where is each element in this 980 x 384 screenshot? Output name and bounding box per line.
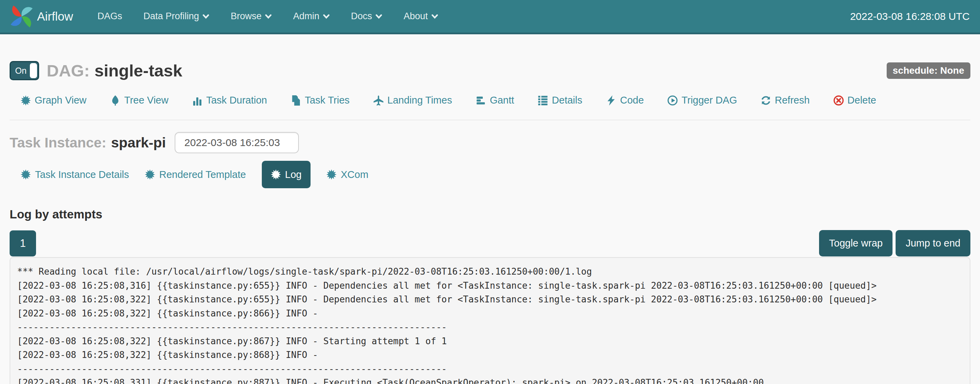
log-line: [2022-03-08 16:25:08,322] {{taskinstance… (17, 348, 966, 362)
task-instance-name: spark-pi (111, 135, 166, 151)
airflow-brand[interactable]: Airflow (10, 5, 73, 28)
pages-icon (291, 95, 301, 106)
navbar-item-label: Browse (231, 11, 261, 22)
log-line: [2022-03-08 16:25:08,331] {{taskinstance… (17, 376, 966, 384)
log-actions: Toggle wrap Jump to end (819, 230, 970, 257)
top-navbar: Airflow DAGs Data Profiling Browse Admin… (0, 0, 980, 34)
attempts-row: 1 Toggle wrap Jump to end (10, 230, 970, 257)
view-button-label: Task Instance Details (35, 169, 129, 180)
tab-landing-times[interactable]: Landing Times (373, 95, 452, 106)
chevron-down-icon (323, 14, 330, 19)
attempt-1-tab[interactable]: 1 (10, 230, 36, 257)
navbar-item-label: Docs (351, 11, 372, 22)
brand-name: Airflow (37, 10, 73, 23)
button-rendered-template[interactable]: Rendered Template (145, 169, 246, 180)
tab-label: Gantt (490, 95, 514, 106)
toggle-wrap-button[interactable]: Toggle wrap (819, 230, 892, 257)
navbar-menu: DAGs Data Profiling Browse Admin Docs Ab… (87, 11, 449, 22)
airflow-pinwheel-logo-icon (10, 5, 33, 28)
tab-label: Details (552, 95, 582, 106)
log-line: ----------------------------------------… (17, 362, 966, 376)
navbar-item-label: Admin (293, 11, 320, 22)
align-bars-icon (476, 95, 486, 106)
tab-task-duration[interactable]: Task Duration (192, 95, 267, 106)
tab-label: Task Duration (206, 95, 267, 106)
toggle-knob (30, 63, 37, 78)
button-xcom[interactable]: XCom (326, 169, 369, 180)
bar-chart-icon (192, 95, 202, 106)
tab-label: Task Tries (305, 95, 350, 106)
dag-view-tabs: Graph View Tree View Task Duration Task … (21, 95, 970, 106)
burst-icon (21, 95, 31, 106)
view-button-label: Rendered Template (159, 169, 246, 180)
log-by-attempts-heading: Log by attempts (10, 208, 970, 221)
dag-pause-toggle[interactable]: On (10, 61, 39, 80)
log-line: *** Reading local file: /usr/local/airfl… (17, 265, 966, 279)
tab-label: Landing Times (387, 95, 452, 106)
delete-circle-icon (834, 95, 844, 106)
view-button-label: XCom (341, 169, 369, 180)
jump-to-end-button[interactable]: Jump to end (896, 230, 970, 257)
dag-header: On DAG: single-task schedule: None (10, 61, 970, 80)
navbar-item-browse[interactable]: Browse (220, 11, 282, 22)
burst-icon (21, 169, 31, 180)
tab-label: Code (620, 95, 644, 106)
button-task-instance-details[interactable]: Task Instance Details (21, 169, 129, 180)
chevron-down-icon (202, 14, 209, 19)
tab-label: Graph View (35, 95, 86, 106)
schedule-badge: schedule: None (887, 62, 970, 79)
view-button-label: Log (285, 169, 302, 180)
utc-clock: 2022-03-08 16:28:08 UTC (850, 11, 970, 22)
tab-label: Tree View (124, 95, 169, 106)
log-output-panel[interactable]: *** Reading local file: /usr/local/airfl… (10, 257, 970, 384)
navbar-item-data-profiling[interactable]: Data Profiling (133, 11, 220, 22)
log-line: [2022-03-08 16:25:08,322] {{taskinstance… (17, 334, 966, 348)
play-circle-icon (667, 95, 678, 106)
section-divider (10, 120, 970, 121)
bolt-icon (606, 95, 616, 106)
tab-label: Delete (848, 95, 877, 106)
navbar-item-about[interactable]: About (393, 11, 449, 22)
dag-title-name: single-task (94, 61, 182, 80)
burst-icon (145, 169, 155, 180)
log-line: [2022-03-08 16:25:08,316] {{taskinstance… (17, 279, 966, 293)
task-instance-row: Task Instance: spark-pi (10, 132, 970, 153)
execution-date-input[interactable] (175, 132, 299, 153)
log-line: ----------------------------------------… (17, 320, 966, 334)
tab-trigger-dag[interactable]: Trigger DAG (667, 95, 737, 106)
list-icon (538, 95, 548, 106)
refresh-icon (761, 95, 771, 106)
navbar-item-docs[interactable]: Docs (340, 11, 393, 22)
chevron-down-icon (431, 14, 438, 19)
tab-label: Trigger DAG (681, 95, 737, 106)
burst-icon (271, 169, 281, 180)
tab-graph-view[interactable]: Graph View (21, 95, 86, 106)
tab-delete[interactable]: Delete (834, 95, 877, 106)
tree-icon (110, 95, 121, 106)
plane-icon (373, 95, 383, 106)
tab-refresh[interactable]: Refresh (761, 95, 810, 106)
tab-code[interactable]: Code (606, 95, 644, 106)
log-line: [2022-03-08 16:25:08,322] {{taskinstance… (17, 292, 966, 306)
chevron-down-icon (375, 14, 382, 19)
task-instance-views: Task Instance Details Rendered Template … (21, 161, 970, 188)
tab-task-tries[interactable]: Task Tries (291, 95, 350, 106)
task-instance-label: Task Instance: (10, 135, 107, 151)
tab-tree-view[interactable]: Tree View (110, 95, 169, 106)
navbar-item-admin[interactable]: Admin (282, 11, 340, 22)
chevron-down-icon (265, 14, 272, 19)
tab-details[interactable]: Details (538, 95, 582, 106)
navbar-item-label: DAGs (97, 11, 122, 22)
log-line: [2022-03-08 16:25:08,322] {{taskinstance… (17, 306, 966, 321)
navbar-item-label: Data Profiling (143, 11, 199, 22)
toggle-on-label: On (15, 66, 26, 76)
burst-icon (326, 169, 337, 180)
tab-gantt[interactable]: Gantt (476, 95, 514, 106)
dag-title-prefix: DAG: (47, 61, 89, 80)
navbar-item-dags[interactable]: DAGs (87, 11, 133, 22)
button-log-active[interactable]: Log (262, 161, 310, 188)
tab-label: Refresh (775, 95, 810, 106)
navbar-item-label: About (404, 11, 428, 22)
